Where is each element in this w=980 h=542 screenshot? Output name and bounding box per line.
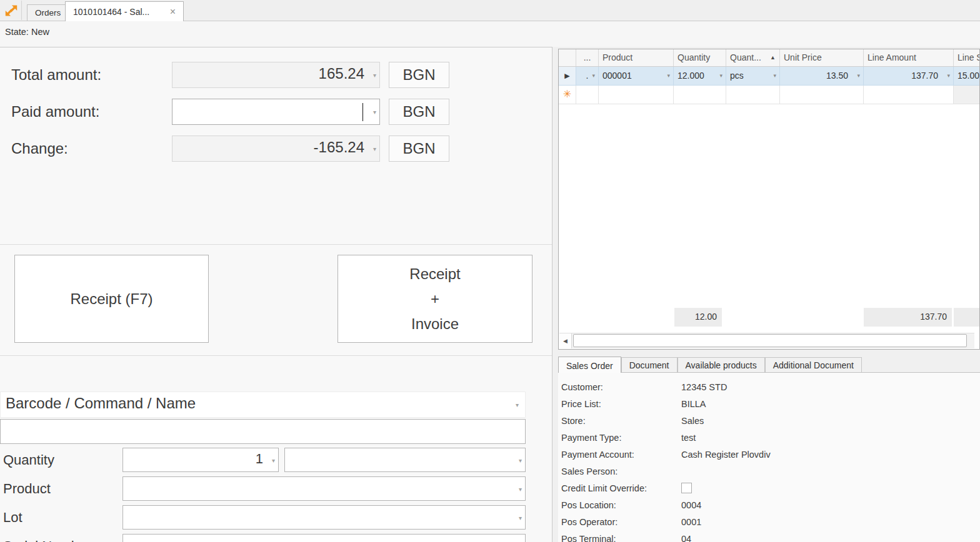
grid-header-line-s[interactable]: Line S <box>954 49 980 66</box>
new-row[interactable]: ✳ <box>559 86 979 104</box>
chevron-down-icon[interactable]: ▾ <box>773 72 776 79</box>
product-field[interactable]: ▾ <box>122 476 526 501</box>
chevron-down-icon[interactable]: ▾ <box>373 109 376 116</box>
new-cell-unit[interactable] <box>726 86 780 104</box>
chevron-down-icon[interactable]: ▾ <box>272 456 275 463</box>
new-cell-product[interactable] <box>599 86 674 104</box>
payment-panel: Total amount: 165.24 ▾ BGN Paid amount: … <box>0 47 552 542</box>
product-label: Product <box>3 476 51 501</box>
grid-header-unit-price[interactable]: Unit Price <box>780 49 864 66</box>
customer-label: Customer: <box>561 382 603 392</box>
grid-header-product[interactable]: Product <box>599 49 674 66</box>
cell-dots-value: . <box>586 71 589 81</box>
grid-header-quantity-unit-label: Quant... <box>730 52 761 62</box>
tab-orders[interactable]: Orders <box>27 4 69 21</box>
price-list-label: Price List: <box>561 399 601 409</box>
tab-document[interactable]: Document <box>621 357 678 372</box>
change-value: -165.24 <box>314 139 364 155</box>
lot-field[interactable]: ▾ <box>122 505 526 530</box>
chevron-down-icon[interactable]: ▾ <box>667 72 670 79</box>
grid-header-dots[interactable]: ... <box>576 49 599 66</box>
summary-quantity: 12.00 <box>674 308 722 327</box>
pos-location-label: Pos Location: <box>561 500 616 510</box>
detail-row-pos-terminal: Pos Terminal: 04 <box>561 531 974 542</box>
detail-row-sales-person: Sales Person: <box>561 464 974 481</box>
cell-dots[interactable]: . ▾ <box>576 67 599 86</box>
credit-limit-checkbox[interactable] <box>681 483 692 493</box>
payment-type-label: Payment Type: <box>561 433 621 443</box>
chevron-down-icon[interactable]: ▾ <box>519 485 522 492</box>
tab-sales-order[interactable]: Sales Order <box>558 357 621 373</box>
order-lines-grid: ... Product Quantity Quant... ▲ Unit Pri… <box>558 49 980 350</box>
grid-header-line-amount[interactable]: Line Amount <box>864 49 954 66</box>
quantity-field[interactable]: 1 ▾ <box>122 448 279 472</box>
paid-amount-label: Paid amount: <box>11 99 99 125</box>
chevron-down-icon[interactable]: ▾ <box>519 456 522 463</box>
barcode-command-combo[interactable]: Barcode / Command / Name ▾ <box>0 392 526 418</box>
chevron-down-icon[interactable]: ▾ <box>519 514 522 521</box>
cell-unit-price[interactable]: 13.50 ▾ <box>780 67 864 86</box>
divider <box>0 244 552 245</box>
scroll-left-button[interactable]: ◀ <box>559 333 572 348</box>
paid-currency-button[interactable]: BGN <box>389 99 449 125</box>
summary-line-s <box>954 308 980 327</box>
tab-sales-document-label: 1010101464 - Sal... <box>73 7 149 17</box>
total-amount-field[interactable]: 165.24 ▾ <box>172 62 380 88</box>
quantity-unit-field[interactable]: ▾ <box>284 448 526 472</box>
chevron-down-icon[interactable]: ▾ <box>719 72 722 79</box>
chevron-down-icon[interactable]: ▾ <box>373 72 376 79</box>
text-caret <box>362 103 363 121</box>
chevron-down-icon[interactable]: ▾ <box>373 145 376 152</box>
cell-line-s-value: 15.00 <box>958 71 979 81</box>
receipt-invoice-line3: Invoice <box>411 312 459 337</box>
cell-line-s[interactable]: 15.00 <box>954 67 980 86</box>
receipt-invoice-button[interactable]: Receipt + Invoice <box>338 255 532 343</box>
scrollbar-thumb[interactable] <box>573 334 967 347</box>
table-row[interactable]: ▶ . ▾ 000001 ▾ 12.000 ▾ pcs ▾ 13.50 ▾ 13… <box>559 67 979 86</box>
new-cell-quantity[interactable] <box>674 86 726 104</box>
cell-line-amount-value: 137.70 <box>911 71 938 81</box>
cell-unit-price-value: 13.50 <box>826 71 848 81</box>
app-logo-icon[interactable] <box>1 1 22 20</box>
divider <box>0 355 552 356</box>
detail-row-customer: Customer: 12345 STD <box>561 380 974 397</box>
change-currency-button[interactable]: BGN <box>389 136 449 162</box>
serial-number-field[interactable] <box>122 534 526 542</box>
tab-sales-document[interactable]: 1010101464 - Sal... × <box>65 1 184 21</box>
pos-operator-label: Pos Operator: <box>561 517 618 527</box>
cell-quantity[interactable]: 12.000 ▾ <box>674 67 726 86</box>
total-currency-button[interactable]: BGN <box>389 62 449 88</box>
state-label: State: New <box>5 27 49 37</box>
tab-additional-document[interactable]: Additional Document <box>765 357 862 372</box>
receipt-invoice-line2: + <box>431 287 439 312</box>
new-cell-dots[interactable] <box>576 86 599 104</box>
receipt-button[interactable]: Receipt (F7) <box>14 255 209 343</box>
new-cell-line-amount[interactable] <box>864 86 954 104</box>
new-cell-unit-price[interactable] <box>780 86 864 104</box>
close-tab-icon[interactable]: × <box>170 7 176 17</box>
chevron-down-icon[interactable]: ▾ <box>592 72 595 79</box>
detail-row-pos-operator: Pos Operator: 0001 <box>561 515 974 531</box>
chevron-down-icon[interactable]: ▾ <box>857 72 860 79</box>
horizontal-scrollbar[interactable]: ◀ <box>559 333 974 348</box>
chevron-down-icon[interactable]: ▾ <box>947 72 950 79</box>
chevron-down-icon[interactable]: ▾ <box>516 402 519 408</box>
grid-header-indicator <box>559 49 576 66</box>
detail-tab-strip: Sales Order Document Available products … <box>558 355 980 373</box>
tab-available-products[interactable]: Available products <box>678 357 765 372</box>
change-field[interactable]: -165.24 ▾ <box>172 136 380 162</box>
payment-type-value: test <box>681 433 696 443</box>
detail-row-pos-location: Pos Location: 0004 <box>561 498 974 515</box>
grid-header-quantity[interactable]: Quantity <box>674 49 726 66</box>
tab-orders-label: Orders <box>35 8 61 17</box>
barcode-input[interactable] <box>0 419 526 444</box>
cell-product[interactable]: 000001 ▾ <box>599 67 674 86</box>
paid-amount-field[interactable]: ▾ <box>172 99 380 125</box>
cell-unit[interactable]: pcs ▾ <box>726 67 780 86</box>
cell-line-amount[interactable]: 137.70 ▾ <box>864 67 954 86</box>
pos-location-value: 0004 <box>681 500 701 510</box>
grid-header-quantity-unit[interactable]: Quant... ▲ <box>726 49 780 66</box>
sales-order-details: Customer: 12345 STD Price List: BILLA St… <box>558 373 980 542</box>
total-amount-value: 165.24 <box>319 65 364 82</box>
payment-account-label: Payment Account: <box>561 450 634 460</box>
